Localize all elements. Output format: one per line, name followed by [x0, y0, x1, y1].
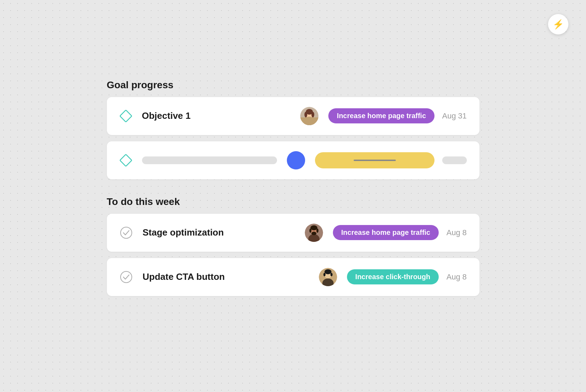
svg-point-17	[309, 229, 311, 233]
task-1-card[interactable]: Stage optimization Increase home page tr…	[107, 214, 479, 252]
task-2-title: Update CTA button	[143, 271, 319, 282]
task-1-title: Stage optimization	[143, 227, 305, 238]
svg-point-16	[310, 225, 317, 230]
svg-rect-11	[120, 154, 132, 166]
svg-point-24	[324, 269, 331, 274]
task-1-tag[interactable]: Increase home page traffic	[333, 225, 439, 240]
check-icon-1	[120, 226, 133, 239]
diamond-icon-2	[120, 154, 132, 167]
objective-1-tag[interactable]: Increase home page traffic	[328, 108, 434, 123]
task-1-avatar	[305, 224, 323, 242]
goal-section-title: Goal progress	[107, 79, 479, 91]
goal-progress-section: Goal progress Objective 1	[107, 79, 479, 179]
objective-1-title: Objective 1	[142, 110, 301, 121]
svg-point-12	[121, 227, 132, 238]
task-2-date: Aug 8	[446, 272, 467, 282]
svg-point-18	[316, 229, 318, 233]
todo-section-title: To do this week	[107, 196, 479, 207]
task-2-avatar	[319, 268, 337, 286]
svg-point-10	[311, 112, 314, 117]
svg-point-9	[304, 112, 307, 117]
skeleton-tag-line	[354, 160, 396, 161]
main-container: Goal progress Objective 1	[100, 72, 487, 320]
todo-section: To do this week Stage optimization	[107, 196, 479, 296]
lightning-icon: ⚡	[553, 19, 564, 30]
objective-1-date: Aug 31	[442, 111, 467, 121]
lightning-button[interactable]: ⚡	[548, 14, 568, 34]
task-2-tag[interactable]: Increase click-through	[347, 269, 439, 284]
objective-1-card[interactable]: Objective 1 Increase ho	[107, 97, 479, 135]
skeleton-title-bar	[142, 156, 277, 164]
diamond-icon-1	[120, 110, 132, 122]
task-1-date: Aug 8	[446, 228, 467, 237]
svg-point-19	[311, 232, 316, 235]
skeleton-date	[442, 156, 467, 164]
svg-point-25	[323, 273, 326, 276]
skeleton-tag	[315, 152, 434, 168]
objective-2-card[interactable]	[107, 141, 479, 179]
objective-1-avatar	[300, 107, 318, 125]
svg-point-20	[121, 271, 132, 283]
task-2-card[interactable]: Update CTA button Increase click-through…	[107, 258, 479, 296]
skeleton-avatar	[287, 151, 305, 169]
svg-rect-0	[120, 110, 132, 122]
svg-point-26	[330, 273, 333, 276]
check-icon-2	[120, 270, 133, 284]
